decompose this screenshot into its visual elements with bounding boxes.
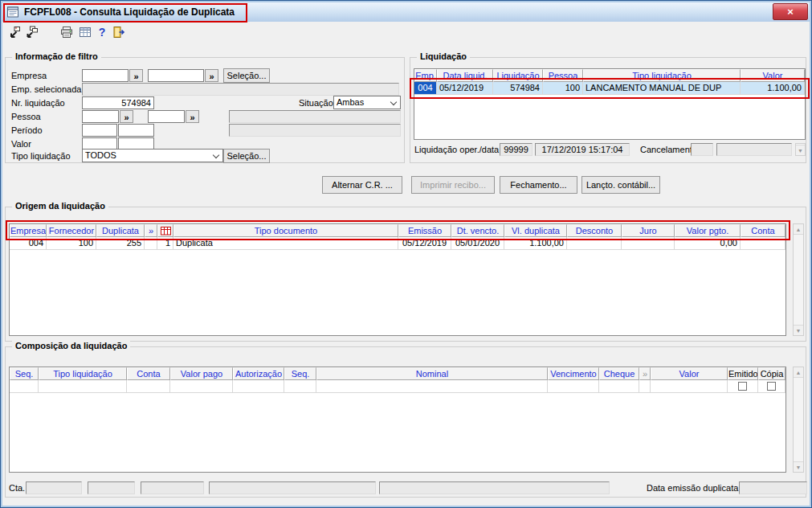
col-seq-2[interactable]: Seq. [284,367,316,380]
copia-checkbox[interactable] [767,382,776,391]
liquidacao-row[interactable]: 004 05/12/2019 574984 100 LANCAMENTO MAN… [414,82,805,95]
scroll-down-icon[interactable]: ▼ [794,461,803,472]
scroll-down-icon[interactable]: ▼ [794,325,803,335]
nr-liquidacao-input[interactable]: 574984 [82,96,154,109]
cell-juro[interactable] [622,237,675,250]
imprimir-recibo-button[interactable]: Imprimir recibo... [411,176,495,194]
col-valor-pago[interactable]: Valor pago [170,367,233,380]
col-empresa[interactable]: Empresa [10,224,47,237]
composicao-row[interactable] [10,380,785,393]
composicao-scrollbar[interactable]: ▲ ▼ [793,367,804,473]
goto-records-button[interactable] [23,24,39,40]
col-duplicata[interactable]: Duplicata [96,224,145,237]
col-dt-vencto[interactable]: Dt. vencto. [451,224,504,237]
situacao-combo[interactable]: Ambas [333,96,401,109]
col-valor[interactable]: Valor [741,69,805,82]
help-button[interactable]: ? [94,24,110,40]
cell-tipo-liquidacao[interactable] [39,380,127,393]
pessoa-from-lookup-button[interactable]: » [120,110,133,123]
col-autorizacao[interactable]: Autorização [233,367,284,380]
fechamento-button[interactable]: Fechamento... [500,176,577,194]
col-liquidacao[interactable]: Liquidação [493,69,543,82]
col-lookup[interactable]: » [145,224,157,237]
col-conta[interactable]: Conta [127,367,170,380]
col-data-liquid[interactable]: Data liquid. [437,69,493,82]
cell-lookup[interactable] [145,237,157,250]
cell-lookup[interactable] [639,380,651,393]
cell-valor[interactable] [651,380,728,393]
col-conta[interactable]: Conta [741,224,785,237]
tipo-selecao-button[interactable]: Seleção... [223,149,270,163]
cell-empresa[interactable]: 004 [10,237,47,250]
cell-liquidacao[interactable]: 574984 [493,82,543,95]
periodo-to-input[interactable] [118,124,154,137]
tipo-liquidacao-combo[interactable]: TODOS [82,149,223,162]
exit-button[interactable] [111,24,127,40]
print-button[interactable] [59,24,75,40]
cell-conta[interactable] [127,380,170,393]
cell-seq-2[interactable] [284,380,316,393]
cell-tipo-liquidacao[interactable]: LANCAMENTO MANUAL DE DUP [583,82,741,95]
cell-autorizacao[interactable] [233,380,284,393]
col-seq[interactable]: Seq. [10,367,39,380]
emitido-checkbox[interactable] [738,382,747,391]
col-vl-duplicata[interactable]: Vl. duplicata [504,224,567,237]
alternar-cr-button[interactable]: Alternar C.R. ... [322,176,402,194]
col-tipo-liquidacao[interactable]: Tipo liquidação [39,367,127,380]
col-fornecedor[interactable]: Fornecedor [47,224,96,237]
col-valor[interactable]: Valor [651,367,728,380]
col-vencimento[interactable]: Vencimento [548,367,599,380]
cell-emissao[interactable]: 05/12/2019 [398,237,451,250]
cell-cheque[interactable] [599,380,639,393]
col-desconto[interactable]: Desconto [567,224,622,237]
cell-dt-vencto[interactable]: 05/01/2020 [451,237,504,250]
cell-vencimento[interactable] [548,380,599,393]
empresa-from-lookup-button[interactable]: » [129,69,143,82]
col-tipo-liquidacao[interactable]: Tipo liquidação [583,69,741,82]
col-nominal[interactable]: Nominal [316,367,548,380]
lancto-contabil-button[interactable]: Lançto. contábil... [581,176,660,194]
liquidacao-scroll-down[interactable]: ▼ [795,143,806,156]
empresa-to-input[interactable] [148,69,204,82]
cell-emitido[interactable] [728,380,758,393]
empresa-selecao-button[interactable]: Seleção... [223,68,270,83]
origem-scrollbar[interactable]: ▲ ▼ [793,223,804,336]
cell-vl-duplicata[interactable]: 1.100,00 [504,237,567,250]
cell-nominal[interactable] [316,380,548,393]
pessoa-to-input[interactable] [148,110,185,123]
col-tipo-documento[interactable]: Tipo documento [173,224,398,237]
cell-pessoa[interactable]: 100 [543,82,583,95]
cell-data-liquid[interactable]: 05/12/2019 [437,82,493,95]
col-emp[interactable]: Emp. [414,69,437,82]
col-emissao[interactable]: Emissão [398,224,451,237]
cell-valor-pgto[interactable]: 0,00 [675,237,741,250]
cell-tipo-documento[interactable]: Duplicata [173,237,398,250]
col-pessoa[interactable]: Pessoa [543,69,583,82]
window-icon[interactable] [6,6,19,18]
col-copia[interactable]: Cópia [758,367,785,380]
cell-emp[interactable]: 004 [414,82,437,95]
empresa-from-input[interactable] [82,69,129,82]
cell-desconto[interactable] [567,237,622,250]
cell-valor[interactable]: 1.100,00 [741,82,805,95]
col-lookup[interactable]: » [639,367,651,380]
cell-copia[interactable] [758,380,785,393]
cell-fornecedor[interactable]: 100 [47,237,96,250]
col-emitido[interactable]: Emitido [728,367,758,380]
cell-conta[interactable] [741,237,785,250]
close-button[interactable]: × [773,3,808,20]
cell-parcela[interactable]: 1 [157,237,173,250]
pessoa-to-lookup-button[interactable]: » [186,110,199,123]
col-cheque[interactable]: Cheque [599,367,639,380]
col-grid-icon[interactable] [157,224,173,237]
pessoa-from-input[interactable] [82,110,119,123]
title-bar[interactable]: FCPFL008 - Consulta Liquidação de Duplic… [2,2,810,22]
col-valor-pgto[interactable]: Valor pgto. [675,224,741,237]
empresa-to-lookup-button[interactable]: » [205,69,218,82]
scroll-up-icon[interactable]: ▲ [794,367,803,378]
cell-duplicata[interactable]: 255 [96,237,145,250]
col-juro[interactable]: Juro [622,224,675,237]
goto-record-button[interactable] [6,24,22,40]
cell-valor-pago[interactable] [170,380,233,393]
periodo-from-input[interactable] [82,124,117,137]
